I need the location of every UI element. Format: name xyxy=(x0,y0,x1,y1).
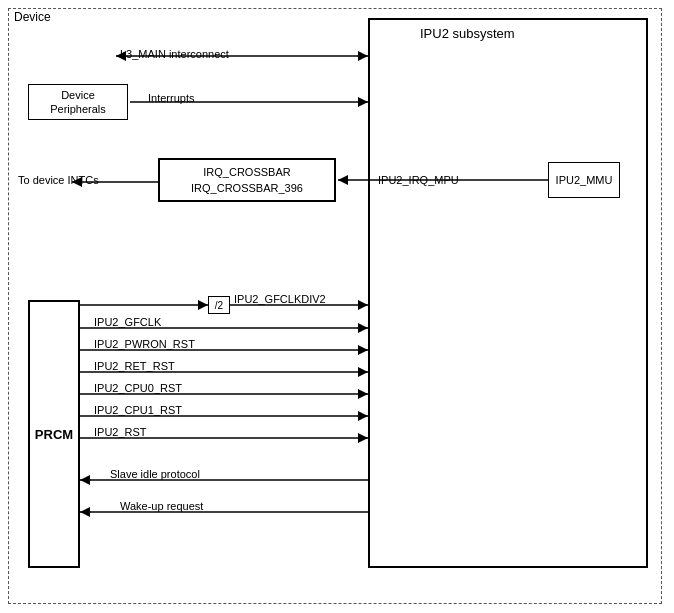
ipu2-mmu-label: IPU2_MMU xyxy=(556,174,613,186)
prcm-label: PRCM xyxy=(35,427,73,442)
ipu2-subsystem-box xyxy=(368,18,648,568)
device-peripherals-box: DevicePeripherals xyxy=(28,84,128,120)
clk-div-label: /2 xyxy=(215,300,223,311)
signal-cpu0-rst: IPU2_CPU0_RST xyxy=(94,382,182,394)
interrupts-label: Interrupts xyxy=(148,92,194,104)
device-peripherals-label: DevicePeripherals xyxy=(50,88,106,117)
l3-label: L3_MAIN interconnect xyxy=(120,48,229,60)
signal-slave-idle: Slave idle protocol xyxy=(110,468,200,480)
irq-crossbar-line2: IRQ_CROSSBAR_396 xyxy=(191,180,303,197)
signal-gfclkdiv2: IPU2_GFCLKDIV2 xyxy=(234,293,326,305)
signal-gfclk: IPU2_GFCLK xyxy=(94,316,161,328)
signal-rst: IPU2_RST xyxy=(94,426,147,438)
device-label: Device xyxy=(14,10,51,24)
to-intcs-label: To device INTCs xyxy=(18,174,99,186)
irq-crossbar-box: IRQ_CROSSBAR IRQ_CROSSBAR_396 xyxy=(158,158,336,202)
irq-crossbar-line1: IRQ_CROSSBAR xyxy=(203,164,290,181)
signal-wakeup: Wake-up request xyxy=(120,500,203,512)
ipu2-label: IPU2 subsystem xyxy=(420,26,515,41)
clk-div-box: /2 xyxy=(208,296,230,314)
ipu2-irq-mpu-label: IPU2_IRQ_MPU xyxy=(378,174,459,186)
prcm-box: PRCM xyxy=(28,300,80,568)
diagram: Device IPU2 subsystem DevicePeripherals … xyxy=(0,0,674,613)
signal-ret-rst: IPU2_RET_RST xyxy=(94,360,175,372)
signal-cpu1-rst: IPU2_CPU1_RST xyxy=(94,404,182,416)
ipu2-mmu-box: IPU2_MMU xyxy=(548,162,620,198)
signal-pwron-rst: IPU2_PWRON_RST xyxy=(94,338,195,350)
